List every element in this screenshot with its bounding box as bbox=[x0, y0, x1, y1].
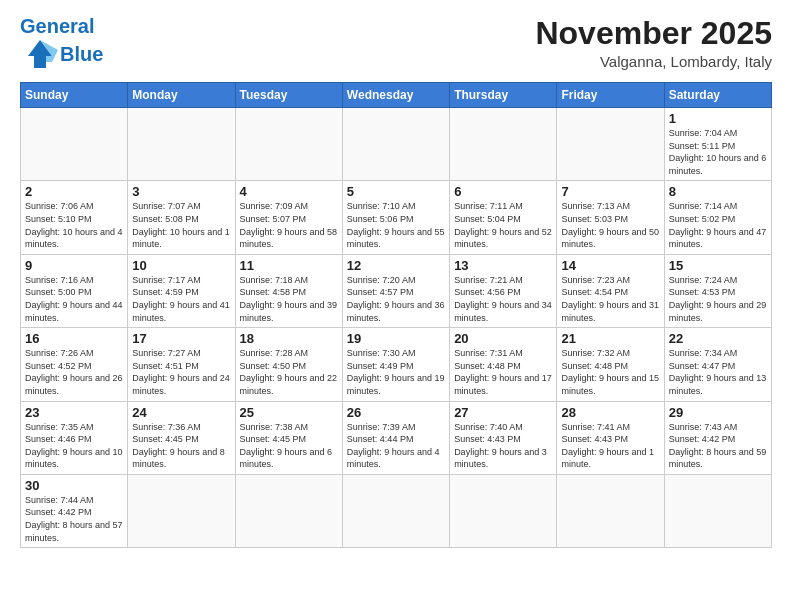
weekday-wednesday: Wednesday bbox=[342, 83, 449, 108]
day-info: Sunrise: 7:36 AM Sunset: 4:45 PM Dayligh… bbox=[132, 421, 230, 471]
day-info: Sunrise: 7:09 AM Sunset: 5:07 PM Dayligh… bbox=[240, 200, 338, 250]
weekday-tuesday: Tuesday bbox=[235, 83, 342, 108]
day-number: 2 bbox=[25, 184, 123, 199]
day-number: 11 bbox=[240, 258, 338, 273]
calendar-cell bbox=[235, 474, 342, 547]
day-info: Sunrise: 7:39 AM Sunset: 4:44 PM Dayligh… bbox=[347, 421, 445, 471]
calendar-cell: 22Sunrise: 7:34 AM Sunset: 4:47 PM Dayli… bbox=[664, 328, 771, 401]
calendar-cell: 12Sunrise: 7:20 AM Sunset: 4:57 PM Dayli… bbox=[342, 254, 449, 327]
day-number: 28 bbox=[561, 405, 659, 420]
day-number: 25 bbox=[240, 405, 338, 420]
day-number: 29 bbox=[669, 405, 767, 420]
day-info: Sunrise: 7:31 AM Sunset: 4:48 PM Dayligh… bbox=[454, 347, 552, 397]
day-number: 14 bbox=[561, 258, 659, 273]
logo-general: General bbox=[20, 15, 94, 37]
week-row-0: 1Sunrise: 7:04 AM Sunset: 5:11 PM Daylig… bbox=[21, 108, 772, 181]
page: General Blue November 2025 Valganna, Lom… bbox=[0, 0, 792, 612]
calendar-cell: 8Sunrise: 7:14 AM Sunset: 5:02 PM Daylig… bbox=[664, 181, 771, 254]
day-info: Sunrise: 7:16 AM Sunset: 5:00 PM Dayligh… bbox=[25, 274, 123, 324]
day-number: 20 bbox=[454, 331, 552, 346]
day-info: Sunrise: 7:44 AM Sunset: 4:42 PM Dayligh… bbox=[25, 494, 123, 544]
calendar-cell: 13Sunrise: 7:21 AM Sunset: 4:56 PM Dayli… bbox=[450, 254, 557, 327]
calendar-cell: 16Sunrise: 7:26 AM Sunset: 4:52 PM Dayli… bbox=[21, 328, 128, 401]
day-info: Sunrise: 7:38 AM Sunset: 4:45 PM Dayligh… bbox=[240, 421, 338, 471]
day-info: Sunrise: 7:28 AM Sunset: 4:50 PM Dayligh… bbox=[240, 347, 338, 397]
calendar-cell: 5Sunrise: 7:10 AM Sunset: 5:06 PM Daylig… bbox=[342, 181, 449, 254]
day-info: Sunrise: 7:40 AM Sunset: 4:43 PM Dayligh… bbox=[454, 421, 552, 471]
day-number: 17 bbox=[132, 331, 230, 346]
day-info: Sunrise: 7:14 AM Sunset: 5:02 PM Dayligh… bbox=[669, 200, 767, 250]
day-info: Sunrise: 7:34 AM Sunset: 4:47 PM Dayligh… bbox=[669, 347, 767, 397]
day-info: Sunrise: 7:13 AM Sunset: 5:03 PM Dayligh… bbox=[561, 200, 659, 250]
day-info: Sunrise: 7:10 AM Sunset: 5:06 PM Dayligh… bbox=[347, 200, 445, 250]
day-number: 21 bbox=[561, 331, 659, 346]
day-number: 10 bbox=[132, 258, 230, 273]
week-row-4: 23Sunrise: 7:35 AM Sunset: 4:46 PM Dayli… bbox=[21, 401, 772, 474]
calendar-cell: 28Sunrise: 7:41 AM Sunset: 4:43 PM Dayli… bbox=[557, 401, 664, 474]
calendar-cell: 14Sunrise: 7:23 AM Sunset: 4:54 PM Dayli… bbox=[557, 254, 664, 327]
calendar-cell: 11Sunrise: 7:18 AM Sunset: 4:58 PM Dayli… bbox=[235, 254, 342, 327]
calendar-cell: 15Sunrise: 7:24 AM Sunset: 4:53 PM Dayli… bbox=[664, 254, 771, 327]
calendar-cell: 23Sunrise: 7:35 AM Sunset: 4:46 PM Dayli… bbox=[21, 401, 128, 474]
location-title: Valganna, Lombardy, Italy bbox=[535, 53, 772, 70]
day-info: Sunrise: 7:43 AM Sunset: 4:42 PM Dayligh… bbox=[669, 421, 767, 471]
day-number: 23 bbox=[25, 405, 123, 420]
calendar-cell bbox=[342, 108, 449, 181]
calendar-cell: 3Sunrise: 7:07 AM Sunset: 5:08 PM Daylig… bbox=[128, 181, 235, 254]
day-info: Sunrise: 7:20 AM Sunset: 4:57 PM Dayligh… bbox=[347, 274, 445, 324]
day-number: 13 bbox=[454, 258, 552, 273]
day-number: 12 bbox=[347, 258, 445, 273]
calendar-cell bbox=[557, 108, 664, 181]
calendar-cell bbox=[128, 108, 235, 181]
calendar-cell: 17Sunrise: 7:27 AM Sunset: 4:51 PM Dayli… bbox=[128, 328, 235, 401]
day-number: 18 bbox=[240, 331, 338, 346]
day-number: 5 bbox=[347, 184, 445, 199]
calendar-cell bbox=[128, 474, 235, 547]
calendar-cell bbox=[450, 108, 557, 181]
day-number: 22 bbox=[669, 331, 767, 346]
day-info: Sunrise: 7:41 AM Sunset: 4:43 PM Dayligh… bbox=[561, 421, 659, 471]
calendar-cell: 7Sunrise: 7:13 AM Sunset: 5:03 PM Daylig… bbox=[557, 181, 664, 254]
weekday-friday: Friday bbox=[557, 83, 664, 108]
calendar-cell: 24Sunrise: 7:36 AM Sunset: 4:45 PM Dayli… bbox=[128, 401, 235, 474]
calendar-cell: 19Sunrise: 7:30 AM Sunset: 4:49 PM Dayli… bbox=[342, 328, 449, 401]
week-row-3: 16Sunrise: 7:26 AM Sunset: 4:52 PM Dayli… bbox=[21, 328, 772, 401]
day-info: Sunrise: 7:26 AM Sunset: 4:52 PM Dayligh… bbox=[25, 347, 123, 397]
day-number: 3 bbox=[132, 184, 230, 199]
day-info: Sunrise: 7:23 AM Sunset: 4:54 PM Dayligh… bbox=[561, 274, 659, 324]
calendar-cell bbox=[235, 108, 342, 181]
calendar-cell: 27Sunrise: 7:40 AM Sunset: 4:43 PM Dayli… bbox=[450, 401, 557, 474]
weekday-thursday: Thursday bbox=[450, 83, 557, 108]
day-info: Sunrise: 7:27 AM Sunset: 4:51 PM Dayligh… bbox=[132, 347, 230, 397]
week-row-2: 9Sunrise: 7:16 AM Sunset: 5:00 PM Daylig… bbox=[21, 254, 772, 327]
calendar-cell bbox=[21, 108, 128, 181]
day-info: Sunrise: 7:18 AM Sunset: 4:58 PM Dayligh… bbox=[240, 274, 338, 324]
calendar-cell: 4Sunrise: 7:09 AM Sunset: 5:07 PM Daylig… bbox=[235, 181, 342, 254]
day-info: Sunrise: 7:21 AM Sunset: 4:56 PM Dayligh… bbox=[454, 274, 552, 324]
day-number: 27 bbox=[454, 405, 552, 420]
day-info: Sunrise: 7:11 AM Sunset: 5:04 PM Dayligh… bbox=[454, 200, 552, 250]
calendar-cell: 1Sunrise: 7:04 AM Sunset: 5:11 PM Daylig… bbox=[664, 108, 771, 181]
calendar-cell: 30Sunrise: 7:44 AM Sunset: 4:42 PM Dayli… bbox=[21, 474, 128, 547]
day-number: 30 bbox=[25, 478, 123, 493]
title-block: November 2025 Valganna, Lombardy, Italy bbox=[535, 16, 772, 70]
day-info: Sunrise: 7:06 AM Sunset: 5:10 PM Dayligh… bbox=[25, 200, 123, 250]
day-info: Sunrise: 7:32 AM Sunset: 4:48 PM Dayligh… bbox=[561, 347, 659, 397]
calendar-cell: 18Sunrise: 7:28 AM Sunset: 4:50 PM Dayli… bbox=[235, 328, 342, 401]
calendar-cell: 10Sunrise: 7:17 AM Sunset: 4:59 PM Dayli… bbox=[128, 254, 235, 327]
day-number: 1 bbox=[669, 111, 767, 126]
weekday-saturday: Saturday bbox=[664, 83, 771, 108]
day-number: 4 bbox=[240, 184, 338, 199]
calendar-cell: 26Sunrise: 7:39 AM Sunset: 4:44 PM Dayli… bbox=[342, 401, 449, 474]
calendar-cell bbox=[450, 474, 557, 547]
calendar-cell bbox=[664, 474, 771, 547]
day-number: 26 bbox=[347, 405, 445, 420]
week-row-1: 2Sunrise: 7:06 AM Sunset: 5:10 PM Daylig… bbox=[21, 181, 772, 254]
logo-text: General bbox=[20, 16, 103, 36]
calendar-cell: 29Sunrise: 7:43 AM Sunset: 4:42 PM Dayli… bbox=[664, 401, 771, 474]
day-info: Sunrise: 7:30 AM Sunset: 4:49 PM Dayligh… bbox=[347, 347, 445, 397]
calendar-cell: 9Sunrise: 7:16 AM Sunset: 5:00 PM Daylig… bbox=[21, 254, 128, 327]
day-number: 19 bbox=[347, 331, 445, 346]
month-title: November 2025 bbox=[535, 16, 772, 51]
calendar-cell bbox=[342, 474, 449, 547]
